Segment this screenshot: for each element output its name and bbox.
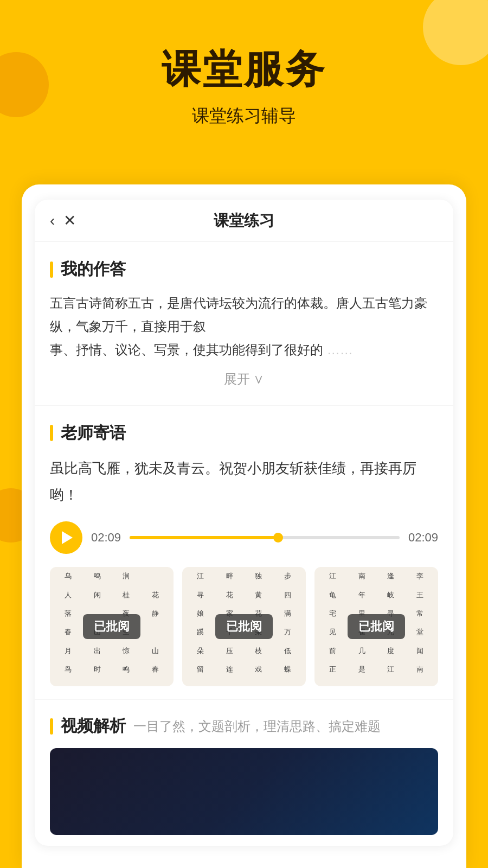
teacher-message-title: 老师寄语 xyxy=(61,422,126,444)
section-bar-3 xyxy=(50,718,53,735)
my-answer-section: 我的作答 五言古诗简称五古，是唐代诗坛较为流行的体裁。唐人五古笔力豪纵，气象万千… xyxy=(35,242,453,406)
audio-track[interactable] xyxy=(130,536,400,539)
play-button[interactable] xyxy=(50,521,82,554)
main-title: 课堂服务 xyxy=(0,43,488,95)
sub-title: 课堂练习辅导 xyxy=(0,104,488,128)
answer-text-visible: 五言古诗简称五古，是唐代诗坛较为流行的体裁。唐人五古笔力豪纵，气象万千，直接用于… xyxy=(50,296,427,334)
my-answer-title: 我的作答 xyxy=(61,258,126,280)
video-section-desc: 一目了然，文题剖析，理清思路、搞定难题 xyxy=(133,718,381,735)
audio-player: 02:09 02:09 xyxy=(50,521,438,554)
close-button[interactable]: ✕ xyxy=(63,212,76,229)
expand-button[interactable]: 展开 ∨ xyxy=(50,362,438,392)
my-answer-header: 我的作答 xyxy=(50,258,438,280)
audio-time-end: 02:09 xyxy=(408,531,438,545)
reviewed-badge-2: 已批阅 xyxy=(215,614,273,639)
answer-text-faded: …… xyxy=(327,342,353,357)
video-section-title: 视频解析 xyxy=(61,715,126,737)
audio-progress xyxy=(130,536,278,539)
nav-bar: ‹ ✕ 课堂练习 xyxy=(35,200,453,242)
answer-text: 五言古诗简称五古，是唐代诗坛较为流行的体裁。唐人五古笔力豪纵，气象万千，直接用于… xyxy=(50,291,438,362)
back-button[interactable]: ‹ xyxy=(50,212,55,229)
teacher-message-section: 老师寄语 虽比高飞雁，犹未及青云。祝贺小朋友斩获佳绩，再接再厉哟！ 02:09 … xyxy=(35,406,453,700)
nav-title: 课堂练习 xyxy=(214,210,274,231)
video-section: 视频解析 一目了然，文题剖析，理清思路、搞定难题 xyxy=(35,700,453,846)
thumbnail-1[interactable]: 乌 鸣 涧 人 闲 桂 花 落 夜 静 春 山 空 xyxy=(50,567,174,686)
section-bar-2 xyxy=(50,425,53,441)
reviewed-badge-1: 已批阅 xyxy=(83,614,140,639)
inner-card: ‹ ✕ 课堂练习 我的作答 五言古诗简称五古，是唐代诗坛较为流行的体裁。唐人五古… xyxy=(35,200,453,846)
card-container: ‹ ✕ 课堂练习 我的作答 五言古诗简称五古，是唐代诗坛较为流行的体裁。唐人五古… xyxy=(22,184,466,868)
audio-thumb xyxy=(273,533,283,542)
video-title-row: 视频解析 一目了然，文题剖析，理清思路、搞定难题 xyxy=(50,715,438,737)
audio-time-start: 02:09 xyxy=(91,531,121,545)
thumbnail-2[interactable]: 江 畔 独 步 寻 花 黄 四 娘 家 花 满 蹊 千 朵 xyxy=(182,567,306,686)
section-bar xyxy=(50,261,53,278)
answer-text-line2: 事、抒情、议论、写景，使其功能得到了很好的 xyxy=(50,342,323,357)
thumbnails-container: 乌 鸣 涧 人 闲 桂 花 落 夜 静 春 山 空 xyxy=(50,567,438,686)
reviewed-badge-3: 已批阅 xyxy=(348,614,405,639)
video-preview[interactable] xyxy=(50,748,438,835)
thumbnail-3[interactable]: 江 南 逢 李 龟 年 岐 王 宅 里 寻 常 见 崔 九 xyxy=(314,567,438,686)
header-area: 课堂服务 课堂练习辅导 xyxy=(0,0,488,161)
video-preview-inner xyxy=(50,748,438,835)
teacher-message-text: 虽比高飞雁，犹未及青云。祝贺小朋友斩获佳绩，再接再厉哟！ xyxy=(50,455,438,509)
teacher-message-header: 老师寄语 xyxy=(50,422,438,444)
